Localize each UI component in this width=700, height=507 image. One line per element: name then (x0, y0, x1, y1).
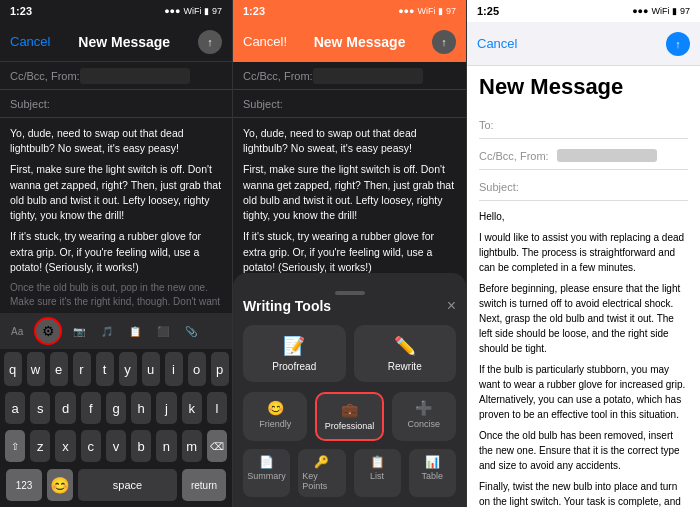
battery-icon-right: ▮ 97 (672, 6, 690, 16)
key-h-left[interactable]: h (131, 392, 151, 424)
key-r-left[interactable]: r (73, 352, 91, 386)
to-label-right: To: (479, 119, 494, 131)
toolbar-aa-left[interactable]: Aa (6, 323, 28, 340)
cc-field-left[interactable]: Cc/Bcc, From: (0, 62, 232, 90)
body-p3-mid: If it's stuck, try wearing a rubber glov… (243, 229, 456, 275)
key-m-left[interactable]: m (182, 430, 202, 462)
toolbar-camera-left[interactable]: 📷 (68, 323, 90, 340)
cc-value-left (80, 68, 190, 84)
wifi-icon-mid: WiFi (417, 6, 435, 16)
toolbar-music-left[interactable]: 🎵 (96, 323, 118, 340)
cc-label-right: Cc/Bcc, From: (479, 150, 549, 162)
nav-bar-right: Cancel ↑ (467, 22, 700, 66)
wt-professional-icon: 💼 (341, 402, 358, 418)
subject-field-left[interactable]: Subject: (0, 90, 232, 118)
wt-proofread-label: Proofread (272, 361, 316, 372)
subject-field-mid[interactable]: Subject: (233, 90, 466, 118)
key-j-left[interactable]: j (156, 392, 176, 424)
wt-bottom-row: 📄 Summary 🔑 Key Points 📋 List 📊 Table (243, 449, 456, 497)
key-y-left[interactable]: y (119, 352, 137, 386)
subject-field-right[interactable]: Subject: (479, 172, 688, 201)
wt-close-button[interactable]: × (447, 297, 456, 315)
cancel-button-right[interactable]: Cancel (477, 36, 517, 51)
send-arrow-icon-left: ↑ (207, 36, 213, 48)
wt-table-button[interactable]: 📊 Table (409, 449, 456, 497)
toolbar-box-left[interactable]: ⬛ (152, 323, 174, 340)
to-field-right[interactable]: To: (479, 110, 688, 139)
cc-field-mid[interactable]: Cc/Bcc, From: (233, 62, 466, 90)
key-f-left[interactable]: f (81, 392, 101, 424)
toolbar-attach-left[interactable]: 📎 (180, 323, 202, 340)
key-q-left[interactable]: q (4, 352, 22, 386)
wt-concise-label: Concise (408, 419, 441, 429)
key-k-left[interactable]: k (182, 392, 202, 424)
compose-body-left[interactable]: Yo, dude, need to swap out that dead lig… (0, 118, 232, 313)
key-shift-left[interactable]: ⇧ (5, 430, 25, 462)
status-bar-mid: 1:23 ●●● WiFi ▮ 97 (233, 0, 466, 22)
key-i-left[interactable]: i (165, 352, 183, 386)
settings-icon-left[interactable]: ⚙ (34, 317, 62, 345)
key-backspace-left[interactable]: ⌫ (207, 430, 227, 462)
wt-friendly-button[interactable]: 😊 Friendly (243, 392, 307, 441)
wt-professional-button[interactable]: 💼 Professional (315, 392, 383, 441)
compose-fields-left: Cc/Bcc, From: Subject: (0, 62, 232, 118)
key-123-left[interactable]: 123 (6, 469, 42, 501)
key-z-left[interactable]: z (30, 430, 50, 462)
key-g-left[interactable]: g (106, 392, 126, 424)
key-b-left[interactable]: b (131, 430, 151, 462)
key-c-left[interactable]: c (81, 430, 101, 462)
panel-pill (335, 291, 365, 295)
key-x-left[interactable]: x (55, 430, 75, 462)
key-s-left[interactable]: s (30, 392, 50, 424)
key-d-left[interactable]: d (55, 392, 75, 424)
wt-professional-label: Professional (325, 421, 375, 431)
wifi-icon-right: WiFi (651, 6, 669, 16)
compose-body-right[interactable]: Hello, I would like to assist you with r… (479, 209, 688, 507)
toolbar-icons-left: Aa ⚙ 📷 🎵 📋 ⬛ 📎 (6, 317, 202, 345)
status-icons-left: ●●● WiFi ▮ 97 (164, 6, 222, 16)
battery-icon-left: ▮ 97 (204, 6, 222, 16)
key-u-left[interactable]: u (142, 352, 160, 386)
cc-value-right (557, 149, 657, 162)
key-return-left[interactable]: return (182, 469, 226, 501)
wt-summary-button[interactable]: 📄 Summary (243, 449, 290, 497)
cancel-button-left[interactable]: Cancel (10, 34, 50, 49)
key-v-left[interactable]: v (106, 430, 126, 462)
status-icons-mid: ●●● WiFi ▮ 97 (398, 6, 456, 16)
key-l-left[interactable]: l (207, 392, 227, 424)
send-button-right[interactable]: ↑ (666, 32, 690, 56)
wt-list-icon: 📋 (370, 455, 385, 469)
wt-proofread-button[interactable]: 📝 Proofread (243, 325, 346, 382)
signal-icon-mid: ●●● (398, 6, 414, 16)
key-emoji-left[interactable]: 😊 (47, 469, 73, 501)
toolbar-clip-left[interactable]: 📋 (124, 323, 146, 340)
wt-concise-icon: ➕ (415, 400, 432, 416)
key-a-left[interactable]: a (5, 392, 25, 424)
wt-title: Writing Tools (243, 298, 331, 314)
wt-sub-row: 😊 Friendly 💼 Professional ➕ Concise (243, 392, 456, 441)
writing-tools-panel: Writing Tools × 📝 Proofread ✏️ Rewrite 😊… (233, 273, 466, 507)
key-o-left[interactable]: o (188, 352, 206, 386)
send-button-mid[interactable]: ↑ (432, 30, 456, 54)
keyboard-row3-left: ⇧ z x c v b n m ⌫ (0, 427, 232, 465)
wt-rewrite-button[interactable]: ✏️ Rewrite (354, 325, 457, 382)
key-e-left[interactable]: e (50, 352, 68, 386)
key-space-left[interactable]: space (78, 469, 177, 501)
send-button-left[interactable]: ↑ (198, 30, 222, 54)
key-p-left[interactable]: p (211, 352, 229, 386)
wt-keypoints-button[interactable]: 🔑 Key Points (298, 449, 345, 497)
key-n-left[interactable]: n (156, 430, 176, 462)
wt-friendly-label: Friendly (259, 419, 291, 429)
wt-main-row: 📝 Proofread ✏️ Rewrite (243, 325, 456, 382)
body-p5-right: Once the old bulb has been removed, inse… (479, 428, 688, 473)
nav-title-left: New Message (50, 34, 198, 50)
key-t-left[interactable]: t (96, 352, 114, 386)
wt-list-button[interactable]: 📋 List (354, 449, 401, 497)
cancel-button-mid[interactable]: Cancel! (243, 34, 287, 49)
wt-summary-label: Summary (247, 471, 286, 481)
wt-concise-button[interactable]: ➕ Concise (392, 392, 456, 441)
key-w-left[interactable]: w (27, 352, 45, 386)
cc-field-right[interactable]: Cc/Bcc, From: (479, 141, 688, 170)
cc-label-left: Cc/Bcc, From: (10, 70, 80, 82)
body-p2-mid: First, make sure the light switch is off… (243, 162, 456, 223)
